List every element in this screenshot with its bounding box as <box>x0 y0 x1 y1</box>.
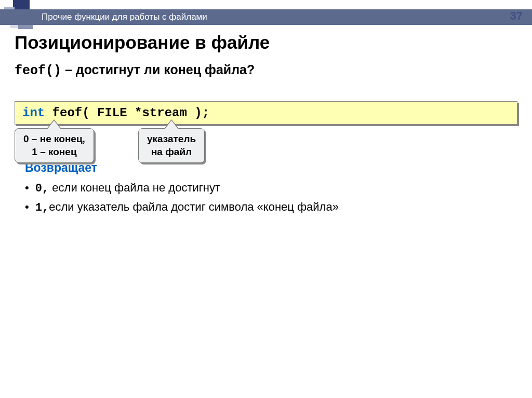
code-keyword: int <box>22 106 45 120</box>
code-signature-box: int feof( FILE *stream ); <box>15 101 517 125</box>
callout-file-pointer: указатель на файл <box>138 128 205 163</box>
slide-title: Позиционирование в файле <box>15 32 517 53</box>
return-item-0: • 0, если конец файла не достигнут <box>25 181 517 195</box>
page-number: 37 <box>510 9 523 23</box>
return-text: если указатель файла достиг символа «кон… <box>49 200 339 213</box>
section-header: Прочие функции для работы с файлами <box>0 9 532 25</box>
returns-section: Возвращает • 0, если конец файла не дост… <box>15 161 517 214</box>
return-text: если конец файла не достигнут <box>49 181 220 194</box>
func-name: feof() <box>15 63 61 78</box>
return-code: 0, <box>35 182 49 195</box>
slide-subtitle: feof() – достигнут ли конец файла? <box>15 62 517 78</box>
callouts-row: 0 – не конец, 1 – конец указатель на фай… <box>15 128 205 163</box>
return-code: 1, <box>35 201 49 214</box>
callout-return-value: 0 – не конец, 1 – конец <box>15 128 94 163</box>
subtitle-text: – достигнут ли конец файла? <box>61 62 255 77</box>
bullet-icon: • <box>25 200 29 213</box>
section-header-text: Прочие функции для работы с файлами <box>42 12 207 22</box>
bullet-icon: • <box>25 181 29 194</box>
code-rest: feof( FILE *stream ); <box>45 106 209 120</box>
return-item-1: • 1,если указатель файла достиг символа … <box>25 200 517 214</box>
